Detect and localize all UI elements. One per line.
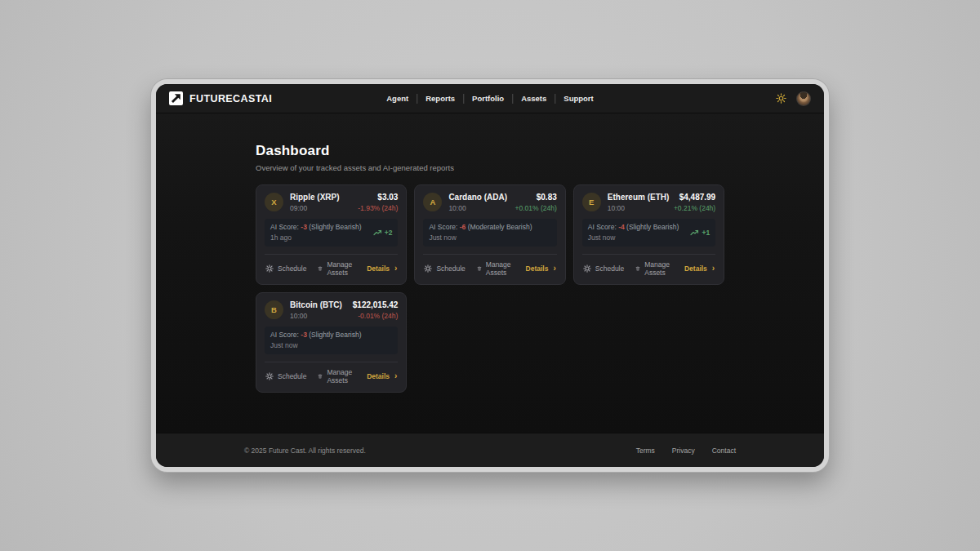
card-header: A Cardano (ADA) 10:00 $0.83 +0.01% (24h) xyxy=(423,193,556,212)
asset-time: 10:00 xyxy=(448,204,507,212)
manage-assets-label: Manage Assets xyxy=(327,368,355,384)
manage-assets-label: Manage Assets xyxy=(644,260,673,277)
user-avatar[interactable] xyxy=(796,91,811,106)
asset-symbol-icon: A xyxy=(423,193,442,211)
footer-links: Terms Privacy Contact xyxy=(636,447,736,455)
trend-badge: +1 xyxy=(690,229,710,237)
nav-item-label: Support xyxy=(564,94,593,103)
nav-item-label: Agent xyxy=(386,94,408,103)
nav-item-label: Reports xyxy=(425,94,455,103)
asset-time: 09:00 xyxy=(290,204,340,212)
ai-score-strip: AI Score: -3 (Slightly Bearish) 1h ago xyxy=(265,219,398,247)
gear-icon xyxy=(424,264,432,273)
price-change: -0.01% (24h) xyxy=(353,312,399,320)
manage-assets-button[interactable]: Manage Assets xyxy=(318,368,355,384)
trend-up-icon xyxy=(690,229,699,236)
asset-name: Bitcoin (BTC) xyxy=(290,300,342,309)
asset-time: 10:00 xyxy=(290,312,342,320)
price-change: +0.01% (24h) xyxy=(515,204,557,212)
brand-logo-arrow-icon xyxy=(169,91,183,105)
main-content: Dashboard Overview of your tracked asset… xyxy=(156,113,824,433)
updated-time: Just now xyxy=(429,233,532,242)
asset-name: Ripple (XRP) xyxy=(290,193,340,202)
asset-name: Cardano (ADA) xyxy=(448,193,507,202)
nav-item-label: Portfolio xyxy=(472,94,504,103)
footer-link-1[interactable]: Privacy xyxy=(672,447,695,455)
ai-sentiment: (Moderately Bearish) xyxy=(468,223,532,231)
chevron-right-icon: › xyxy=(394,264,397,273)
trash-icon xyxy=(635,264,640,273)
asset-card-1: A Cardano (ADA) 10:00 $0.83 +0.01% (24h) xyxy=(414,184,565,285)
app-footer: © 2025 Future Cast. All rights reserved.… xyxy=(156,433,824,467)
asset-card-0: X Ripple (XRP) 09:00 $3.03 -1.93% (24h) xyxy=(256,184,407,285)
asset-price: $3.03 xyxy=(358,193,398,202)
schedule-label: Schedule xyxy=(595,264,624,273)
asset-price: $4,487.99 xyxy=(674,193,715,202)
nav-item-1[interactable]: Reports xyxy=(416,94,463,104)
nav-item-0[interactable]: Agent xyxy=(378,94,416,104)
details-button[interactable]: Details › xyxy=(367,372,397,380)
schedule-button[interactable]: Schedule xyxy=(265,264,306,273)
details-button[interactable]: Details › xyxy=(526,264,556,273)
manage-assets-button[interactable]: Manage Assets xyxy=(318,260,355,277)
nav-item-3[interactable]: Assets xyxy=(512,94,555,104)
theme-toggle-button[interactable] xyxy=(775,93,786,104)
ai-score-label: AI Score: xyxy=(270,331,299,339)
card-header: B Bitcoin (BTC) 10:00 $122,015.42 -0.01%… xyxy=(265,300,398,320)
app-window: FUTURECASTAI Agent Reports Portfolio Ass… xyxy=(151,79,829,472)
trash-icon xyxy=(318,372,323,380)
footer-link-2[interactable]: Contact xyxy=(712,447,736,455)
updated-time: Just now xyxy=(270,341,362,349)
footer-link-0[interactable]: Terms xyxy=(636,447,655,455)
brand-name: FUTURECASTAI xyxy=(189,93,272,104)
schedule-button[interactable]: Schedule xyxy=(265,372,306,380)
gear-icon xyxy=(265,264,274,273)
details-label: Details xyxy=(526,264,549,273)
asset-symbol-icon: B xyxy=(265,300,283,319)
trash-icon xyxy=(318,264,323,273)
details-label: Details xyxy=(684,264,707,273)
chevron-right-icon: › xyxy=(553,264,555,273)
schedule-button[interactable]: Schedule xyxy=(583,264,624,273)
ai-sentiment: (Slightly Bearish) xyxy=(626,223,679,231)
details-label: Details xyxy=(367,264,390,273)
details-button[interactable]: Details › xyxy=(684,264,715,273)
card-actions: Schedule Manage Assets xyxy=(265,254,398,284)
asset-card-3: B Bitcoin (BTC) 10:00 $122,015.42 -0.01%… xyxy=(256,292,407,393)
ai-score-value: -6 xyxy=(460,223,466,231)
schedule-button[interactable]: Schedule xyxy=(424,264,465,273)
price-change: +0.21% (24h) xyxy=(674,204,715,212)
updated-time: 1h ago xyxy=(270,233,362,242)
asset-cards-grid: X Ripple (XRP) 09:00 $3.03 -1.93% (24h) xyxy=(256,184,724,393)
schedule-label: Schedule xyxy=(278,372,306,380)
asset-card-2: E Ethereum (ETH) 10:00 $4,487.99 +0.21% … xyxy=(573,184,724,285)
app-header: FUTURECASTAI Agent Reports Portfolio Ass… xyxy=(156,84,824,113)
card-actions: Schedule Manage Assets xyxy=(423,254,556,284)
header-right xyxy=(775,91,811,106)
main-nav: Agent Reports Portfolio Assets Support xyxy=(378,84,601,113)
ai-score-label: AI Score: xyxy=(588,223,617,231)
ai-score-label: AI Score: xyxy=(429,223,457,231)
nav-item-2[interactable]: Portfolio xyxy=(463,94,512,104)
manage-assets-label: Manage Assets xyxy=(327,260,355,277)
sun-icon xyxy=(776,93,786,104)
schedule-label: Schedule xyxy=(436,264,465,273)
nav-item-4[interactable]: Support xyxy=(555,94,601,104)
trend-delta: +2 xyxy=(385,229,393,237)
manage-assets-button[interactable]: Manage Assets xyxy=(635,260,673,277)
chevron-right-icon: › xyxy=(712,264,715,273)
details-button[interactable]: Details › xyxy=(367,264,397,273)
ai-score-strip: AI Score: -6 (Moderately Bearish) Just n… xyxy=(423,219,556,247)
trash-icon xyxy=(477,264,482,273)
brand[interactable]: FUTURECASTAI xyxy=(169,91,272,105)
card-header: E Ethereum (ETH) 10:00 $4,487.99 +0.21% … xyxy=(582,193,715,212)
trend-delta: +1 xyxy=(702,229,710,237)
ai-score-value: -4 xyxy=(618,223,625,231)
updated-time: Just now xyxy=(588,233,679,242)
asset-time: 10:00 xyxy=(608,204,670,212)
chevron-right-icon: › xyxy=(394,372,397,380)
trend-badge: +2 xyxy=(373,229,393,237)
manage-assets-button[interactable]: Manage Assets xyxy=(477,260,514,277)
copyright-text: © 2025 Future Cast. All rights reserved. xyxy=(244,447,366,455)
ai-score-strip: AI Score: -3 (Slightly Bearish) Just now xyxy=(265,327,398,354)
